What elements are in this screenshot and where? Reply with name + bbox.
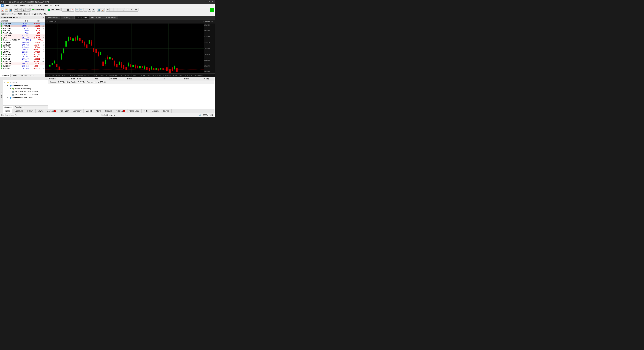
line-chart-button[interactable]: 📈 — [70, 8, 74, 12]
market-watch-row[interactable]: SpotCrude 8.55 8.59 4 — [0, 32, 45, 34]
zoom-out-button[interactable]: 🔍 — [76, 8, 79, 12]
market-watch-close[interactable]: × — [43, 16, 44, 19]
market-watch-row[interactable]: US30 24053.0 24057.8 48 — [0, 37, 45, 39]
crosshair-button[interactable]: ✛ — [106, 8, 110, 12]
chart-tab-xbrusd[interactable]: XBRUSD,M5 — [46, 16, 60, 19]
scroll-left-button[interactable]: ◀ — [88, 8, 91, 12]
bar-chart-button[interactable]: ▮ — [62, 8, 66, 12]
tree-accounts[interactable]: ▼ 📁 Accounts — [4, 81, 48, 84]
tree-expertmacd-xbr[interactable]: 🤖 ExpertMACD - XBRUSD,M5 — [12, 90, 48, 93]
tab-articles[interactable]: Articles 1 — [114, 109, 127, 113]
mw-tab-trading[interactable]: Trading — [19, 74, 28, 77]
tf-h4[interactable]: H4 — [28, 13, 32, 15]
tab-calendar[interactable]: Calendar — [58, 109, 71, 113]
menu-tools[interactable]: Tools — [36, 4, 43, 7]
minimize-button[interactable]: ─ — [205, 1, 207, 3]
tf-m30[interactable]: M30 — [17, 13, 23, 15]
market-watch-row[interactable]: EURCHF 1.05638 1.05644 6 — [0, 65, 45, 67]
tab-signals[interactable]: Signals — [103, 109, 114, 113]
menu-help[interactable]: Help — [53, 4, 60, 7]
market-watch-row[interactable]: AUDSGD 0.91409 0.91447 38 — [0, 60, 45, 63]
tf-m15[interactable]: M15 — [11, 13, 17, 15]
menu-view[interactable]: View — [11, 4, 18, 7]
nav-tab-favorites[interactable]: Favorites — [14, 106, 24, 109]
close-button[interactable]: ✕ — [211, 1, 213, 3]
trendline-button[interactable]: ╱ — [122, 8, 126, 12]
tools-button[interactable]: ⚙ — [134, 8, 138, 12]
tab-trade[interactable]: Trade — [3, 109, 12, 113]
mail-button[interactable]: ✉ — [26, 8, 30, 12]
tab-company[interactable]: Company — [71, 109, 84, 113]
market-watch-row[interactable]: AUDCHF 0.62403 0.62411 8 — [0, 55, 45, 58]
tab-exposure[interactable]: Exposure — [12, 109, 25, 113]
horizontal-line-button[interactable]: — — [118, 8, 122, 12]
market-watch-row[interactable]: USDCHF 0.96516 0.96521 5 — [0, 48, 45, 51]
tab-market[interactable]: Market — [84, 109, 94, 113]
zoom-in-button[interactable]: 🔍 — [80, 8, 83, 12]
tab-journal[interactable]: Journal — [161, 109, 172, 113]
template-button[interactable]: 📋 — [101, 8, 104, 12]
menu-window[interactable]: Window — [43, 4, 53, 7]
nav-close-btn[interactable]: × — [4, 78, 5, 80]
market-watch-row[interactable]: AUDNZD 1.06143 1.06152 9 — [0, 58, 45, 60]
market-watch-row[interactable]: EURAUD 1.69275 1.69283 8 — [0, 63, 45, 65]
market-watch-row[interactable]: AUDCAD 0.90512 0.90523 11 — [0, 53, 45, 55]
status-green-button[interactable] — [210, 8, 214, 12]
auto-scroll-button[interactable]: 🔄 — [97, 8, 100, 12]
mw-tab-ticks[interactable]: Ticks — [28, 74, 35, 77]
market-watch-row[interactable]: XTIUSD 21.09 21.16 7 — [0, 30, 45, 32]
nav-tab-common[interactable]: Common — [3, 106, 14, 109]
undo-button[interactable]: ↩ — [14, 8, 18, 12]
mw-tab-symbols[interactable]: Symbols — [0, 74, 10, 77]
chart-tab-audusd-h1[interactable]: AUDUSD,H1 — [89, 16, 104, 19]
tree-expertmacd-xau[interactable]: 🤖 ExpertMACD - XAUUSD,M1 — [12, 93, 48, 96]
toolbox-panel[interactable]: Toolbox — [0, 77, 3, 113]
market-watch-row[interactable]: USDCAD 1.39991 1.39996 5 — [0, 34, 45, 37]
scroll-right-button[interactable]: ▶ — [92, 8, 95, 12]
tree-pepperstone-live[interactable]: ▶ 🔷 Pepperstone-MT5-Live01 — [6, 96, 48, 99]
tf-m5[interactable]: M5 — [6, 13, 10, 15]
tf-m1[interactable]: M1 — [1, 13, 6, 15]
tree-pepperstone-demo[interactable]: ▼ 🔷 Pepperstone-Demo — [6, 84, 48, 87]
tf-d1[interactable]: D1 — [33, 13, 38, 15]
print-button[interactable]: 🖨 — [22, 8, 26, 12]
market-watch-row[interactable]: XBRUSD 26.94 26.98 4 — [0, 27, 45, 30]
tf-w1[interactable]: W1 — [38, 13, 43, 15]
market-watch-row[interactable]: USDJPY 107.125 107.128 3 — [0, 51, 45, 53]
mw-tab-details[interactable]: Details — [10, 74, 19, 77]
market-watch-row[interactable]: AUDUSD 0.64657 0.64660 3 — [0, 23, 45, 25]
tf-mn[interactable]: MN — [43, 13, 48, 15]
open-button[interactable]: 📂 — [5, 8, 8, 12]
chart-canvas[interactable]: 1713.01 — [45, 24, 215, 73]
market-watch-row[interactable]: Apple_Inc_(AAPL.O) 288.51 289.04 53 — [0, 39, 45, 41]
maximize-button[interactable]: □ — [208, 1, 210, 3]
text-button[interactable]: A — [126, 8, 130, 12]
tab-codebase[interactable]: Code Base — [128, 109, 142, 113]
nav-scroll-up[interactable]: ▲ — [46, 78, 47, 80]
autotrading-button[interactable]: AutoTrading — [31, 8, 46, 11]
tree-ruby-wang[interactable]: ▼ 🟢 81394: Ruby Wang — [9, 87, 48, 90]
save-button[interactable]: 💾 — [9, 8, 12, 12]
chart-tab-audusd-m1[interactable]: AUDUSD,M1 — [104, 16, 118, 19]
menu-insert[interactable]: Insert — [18, 4, 26, 7]
chart-tab-xauusd[interactable]: XAUUSD,M1 — [74, 16, 89, 19]
new-order-button[interactable]: New Order — [47, 8, 61, 11]
crosshair2-button[interactable]: ⊕ — [110, 8, 114, 12]
market-watch-row[interactable]: GBPJPY 134.590 134.608 18 — [0, 41, 45, 44]
menu-charts[interactable]: Charts — [26, 4, 35, 7]
zoom-fit-button[interactable]: ⊞ — [84, 8, 87, 12]
tab-news[interactable]: News — [36, 109, 45, 113]
chart-tab-xtiusd[interactable]: XTIUSD,H1 — [61, 16, 74, 19]
market-watch-row[interactable]: GBPUSD 1.25639 1.25644 5 — [0, 46, 45, 48]
market-watch-row[interactable]: EURUSD 1.09452 1.09454 2 — [0, 44, 45, 46]
market-watch-row[interactable]: XAUUSD 1687.91 1688.53 62 — [0, 25, 45, 27]
menu-file[interactable]: File — [5, 4, 10, 7]
fib-button[interactable]: F — [130, 8, 134, 12]
market-watch-row[interactable]: EURGBP 0.87109 0.87115 6 — [0, 67, 45, 70]
candlestick-button[interactable]: ⬛ — [66, 8, 70, 12]
tab-vps[interactable]: VPS — [142, 109, 150, 113]
tab-history[interactable]: History — [25, 109, 36, 113]
new-chart-button[interactable]: 📊 — [1, 8, 4, 12]
redo-button[interactable]: ↪ — [18, 8, 22, 12]
tab-mailbox[interactable]: Mailbox 7 — [45, 109, 58, 113]
